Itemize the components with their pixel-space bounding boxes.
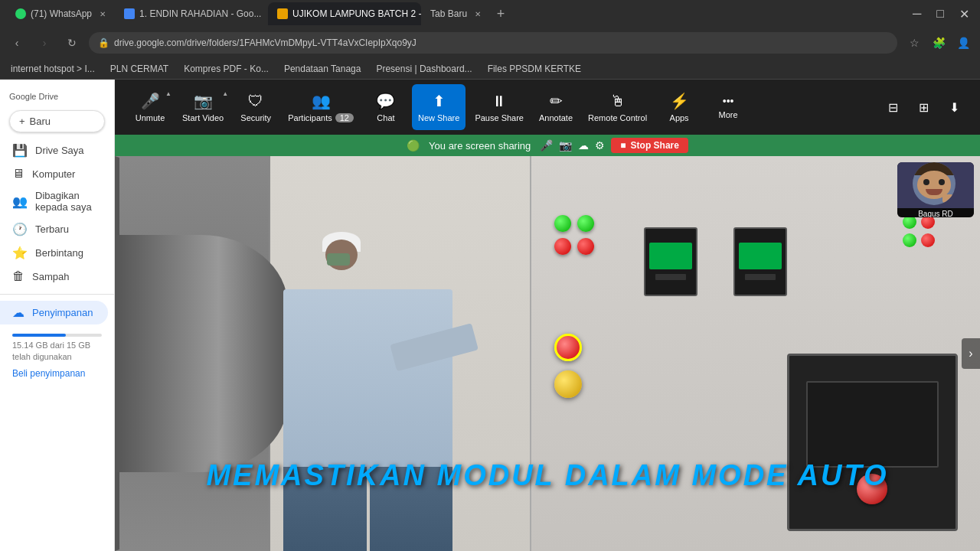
zoom-download-button[interactable]: ⬇ [940,93,968,121]
expand-panel-button[interactable]: › [962,338,980,369]
banner-settings-icon[interactable]: ⚙ [595,139,605,152]
bookmark-pendataan[interactable]: Pendataan Tanaga [279,62,366,76]
trash-icon: 🗑 [12,269,24,283]
profile-icon[interactable]: 👤 [952,32,974,54]
sidebar-item-starred[interactable]: ⭐ Berbintang [0,241,108,265]
mic-icon: 🎤 [141,92,160,110]
close-button[interactable]: ✕ [955,5,974,23]
apps-button[interactable]: ⚡ Apps [656,84,702,130]
security-button[interactable]: 🛡 Security [233,84,279,130]
video-frame: MEMASTIKAN MODUL DALAM MODE AUTO [115,156,980,551]
banner-cloud-icon[interactable]: ☁ [578,139,589,152]
address-actions: ☆ 🧩 👤 [903,32,974,54]
new-share-label: New Share [418,113,459,122]
sidebar-item-trash[interactable]: 🗑 Sampah [0,265,108,288]
extension-icon[interactable]: 🧩 [928,32,949,54]
drive-logo: Google Drive [9,92,58,101]
tab-google-drive-1-label: 1. ENDIN RAHADIAN - Goo... [139,8,261,19]
sidebar-item-drive[interactable]: 💾 Drive Saya [0,139,108,162]
tab-bar: (71) WhatsApp ✕ 1. ENDIN RAHADIAN - Goo.… [0,0,980,28]
bookmark-files[interactable]: Files PPSDM KERTKE [483,62,586,76]
ujikom-favicon [277,8,288,19]
tab-whatsapp[interactable]: (71) WhatsApp ✕ [6,2,115,25]
sidebar-recent-label: Terbaru [35,223,69,235]
new-share-button[interactable]: ⬆ New Share [412,84,466,130]
content-area: 🎤 Unmute ▲ 📷 Start Video ▲ 🛡 Security 👥 [115,80,980,551]
pause-icon: ⏸ [492,93,507,110]
bookmark-files-label: Files PPSDM KERTKE [488,64,581,74]
plus-icon: + [19,116,25,127]
zoom-minimize-button[interactable]: ⊟ [879,93,906,121]
video-content: MEMASTIKAN MODUL DALAM MODE AUTO [115,156,980,551]
sharing-screen-icon: 🟢 [407,139,420,152]
shield-icon: 🛡 [248,93,263,110]
stop-share-button[interactable]: ■ Stop Share [611,138,688,153]
video-subtitle-area: MEMASTIKAN MODUL DALAM MODE AUTO [115,459,980,492]
get-storage-button[interactable]: Beli penyimpanan [12,368,102,379]
tab-google-drive-1[interactable]: 1. ENDIN RAHADIAN - Goo... ✕ [115,2,268,25]
tab-whatsapp-label: (71) WhatsApp [31,8,92,19]
computer-icon: 🖥 [12,167,24,181]
url-bar[interactable]: 🔒 drive.google.com/drive/folders/1FAHMcV… [89,32,897,54]
storage-icon: ☁ [12,305,24,320]
bookmark-pln[interactable]: PLN CERMAT [106,62,173,76]
sidebar-item-recent[interactable]: 🕐 Terbaru [0,217,108,241]
more-button[interactable]: ••• More [705,84,751,130]
bookmark-icon[interactable]: ☆ [903,32,925,54]
apps-label: Apps [670,113,689,122]
add-tab-button[interactable]: + [490,3,511,24]
refresh-button[interactable]: ↻ [61,32,83,54]
chat-button[interactable]: 💬 Chat [363,84,409,130]
lock-icon: 🔒 [98,37,109,48]
bookmark-pendataan-label: Pendataan Tanaga [284,64,361,74]
main-area: Google Drive + Baru 💾 Drive Saya 🖥 Kompu… [0,80,980,551]
apps-icon: ⚡ [670,92,689,110]
drive-new-button[interactable]: + Baru [9,110,105,132]
sidebar-trash-label: Sampah [32,271,69,282]
tab-ujikom[interactable]: UJIKOM LAMPUNG BATCH 2 - G... ✕ [268,2,421,25]
tab-whatsapp-close[interactable]: ✕ [100,10,106,18]
start-video-button[interactable]: 📷 Start Video ▲ [176,84,230,130]
maximize-button[interactable]: □ [932,5,949,22]
google-favicon [124,8,135,19]
remote-icon: 🖱 [610,93,626,110]
bookmark-presensi[interactable]: Presensi | Dashboard... [371,62,476,76]
star-icon: ⭐ [12,246,28,260]
unmute-button[interactable]: 🎤 Unmute ▲ [127,84,173,130]
annotate-button[interactable]: ✏ Annotate [533,84,579,130]
security-label: Security [240,113,271,122]
forward-button[interactable]: › [34,32,55,54]
screen-sharing-banner: 🟢 You are screen sharing 🎤 📷 ☁ ⚙ ■ Stop … [115,135,980,156]
minimize-button[interactable]: ─ [908,5,926,22]
url-text: drive.google.com/drive/folders/1FAHMcVmD… [114,37,888,48]
start-video-label: Start Video [182,113,224,122]
bookmark-kompres-label: Kompres PDF - Ko... [184,64,269,74]
sidebar-drive-label: Drive Saya [35,145,84,156]
zoom-window-button[interactable]: ⊞ [910,93,937,121]
annotate-label: Annotate [539,113,573,122]
stop-share-label: Stop Share [631,140,679,151]
bookmark-hotspot[interactable]: internet hotspot > I... [6,62,100,76]
camera-chevron-icon: ▲ [222,90,228,97]
remote-control-label: Remote Control [588,113,647,122]
drive-new-label: Baru [30,116,51,127]
back-button[interactable]: ‹ [6,32,28,54]
participants-button[interactable]: 👥 Participants 12 [282,84,360,130]
sidebar-item-storage[interactable]: ☁ Penyimpanan [0,301,108,324]
banner-video-icon[interactable]: 📷 [559,139,572,152]
window-controls: ─ □ ✕ [908,5,974,23]
tab-new-close[interactable]: ✕ [475,10,481,18]
banner-controls: 🎤 📷 ☁ ⚙ ■ Stop Share [540,138,688,153]
banner-mic-icon[interactable]: 🎤 [540,139,553,152]
pause-share-label: Pause Share [475,113,524,122]
remote-control-button[interactable]: 🖱 Remote Control [582,84,653,130]
sidebar-item-shared[interactable]: 👥 Dibagikan kepada saya [0,185,108,217]
participant-name: Bagus RD [897,208,974,217]
pause-share-button[interactable]: ⏸ Pause Share [469,84,530,130]
drive-icon: 💾 [12,143,28,158]
bookmark-pln-label: PLN CERMAT [110,64,168,74]
tab-new[interactable]: Tab Baru ✕ [421,2,490,25]
sidebar-item-computer[interactable]: 🖥 Komputer [0,162,108,185]
unmute-label: Unmute [136,113,165,122]
bookmark-kompres[interactable]: Kompres PDF - Ko... [179,62,273,76]
